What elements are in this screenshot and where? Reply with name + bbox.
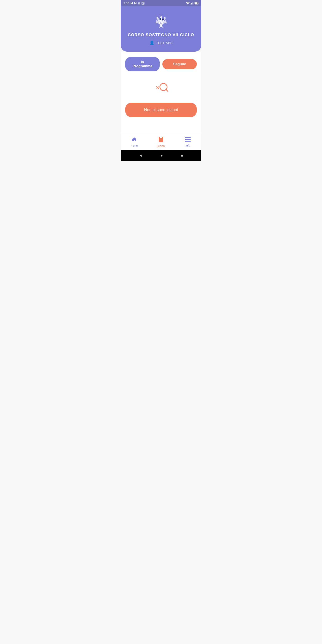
info-label: Info [186,144,190,147]
sim-icon: ▦ [138,2,140,5]
nav-item-home[interactable]: Home [121,137,148,147]
home-button[interactable]: ● [160,154,163,158]
lezioni-icon [158,136,164,144]
svg-rect-4 [193,2,194,4]
svg-rect-13 [160,137,162,138]
no-lessons-button[interactable]: Non ci sono lezioni [125,103,197,117]
svg-rect-6 [198,3,198,4]
main-content: In Programma Seguite ✕ Non ci sono lezio… [121,52,201,134]
lezioni-label: Lezioni [157,144,165,148]
bottom-navigation: Home Lezioni Info [121,134,201,150]
empty-search-area: ✕ [125,76,197,98]
svg-text:✕: ✕ [156,85,160,91]
svg-line-11 [166,90,168,92]
svg-rect-2 [192,3,192,4]
svg-text:TFA: TFA [158,17,164,21]
signal-icon [190,2,194,4]
time-display: 3:07 [124,2,129,5]
svg-rect-7 [195,2,198,4]
app-header: TFA CORSO SOSTEGNO VII CICLO 👤 TEST APP [121,6,201,52]
wifi-icon [186,2,190,4]
user-info: 👤 TEST APP [149,40,173,46]
svg-rect-1 [190,4,191,4]
svg-rect-17 [185,141,191,142]
svg-point-0 [188,4,188,5]
info-icon [185,137,191,143]
battery-icon [194,2,198,4]
mail-icon-2: M [134,2,137,5]
status-left: 3:07 M M ▦ S [124,2,144,5]
user-label: TEST APP [156,41,173,45]
sos-icon: S [142,2,144,5]
tfa-logo: TFA [153,12,170,29]
no-results-icon: ✕ [153,80,169,96]
recent-button[interactable]: ■ [181,154,183,158]
status-bar: 3:07 M M ▦ S [121,0,201,6]
nav-item-lezioni[interactable]: Lezioni [148,136,174,148]
nav-item-info[interactable]: Info [174,137,201,147]
content-spacer [125,122,197,128]
home-icon [131,137,137,143]
android-nav-bar: ◄ ● ■ [121,150,201,161]
svg-rect-15 [185,137,191,138]
seguite-button[interactable]: Seguite [162,59,197,69]
mail-icon-1: M [130,2,133,5]
svg-rect-16 [185,139,191,140]
status-right [186,2,198,4]
account-icon: 👤 [149,40,154,46]
logo-container: TFA [152,12,170,30]
svg-rect-3 [192,2,193,4]
back-button[interactable]: ◄ [139,154,142,158]
filter-buttons: In Programma Seguite [125,57,197,71]
home-label: Home [130,144,138,147]
svg-point-14 [160,140,160,140]
in-programma-button[interactable]: In Programma [125,57,160,71]
course-title: CORSO SOSTEGNO VII CICLO [128,33,194,37]
